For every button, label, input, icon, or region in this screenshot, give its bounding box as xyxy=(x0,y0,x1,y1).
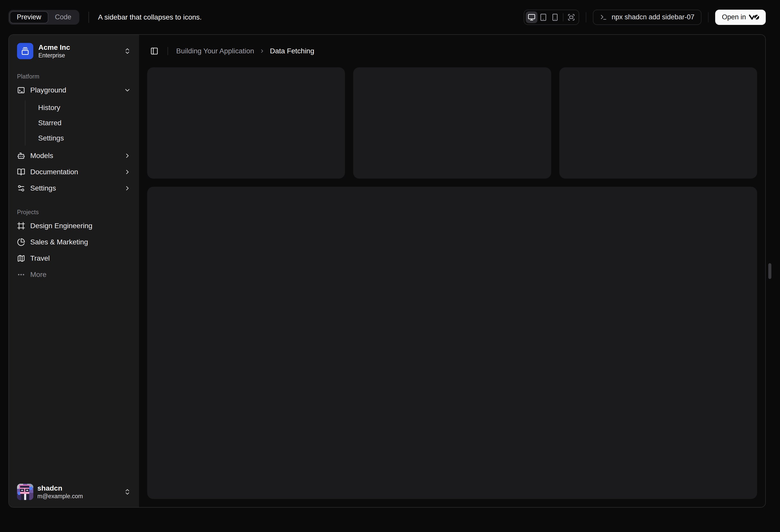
chevron-right-icon xyxy=(124,168,131,175)
team-plan: Enterprise xyxy=(38,52,70,59)
sidebar-subitem-settings[interactable]: Settings xyxy=(34,131,135,146)
preview-code-toggle: Preview Code xyxy=(8,10,79,24)
sidebar-subitem-starred[interactable]: Starred xyxy=(34,116,135,130)
map-icon xyxy=(17,254,25,262)
tablet-icon xyxy=(539,13,547,21)
sidebar-item-label: Sales & Marketing xyxy=(30,238,88,246)
sidebar-item-playground[interactable]: Playground xyxy=(13,83,135,98)
team-name: Acme Inc xyxy=(38,43,70,52)
main-content xyxy=(139,67,765,507)
toolbar-right: npx shadcn add sidebar-07 Open in v0 xyxy=(524,10,766,25)
toolbar-divider xyxy=(89,12,89,23)
ellipsis-icon xyxy=(17,271,25,279)
panel-left-icon xyxy=(150,47,158,55)
app-sidebar: Acme Inc Enterprise Platform xyxy=(9,35,139,507)
frame-icon xyxy=(17,222,25,230)
placeholder-card xyxy=(353,67,551,178)
sidebar-item-sales-marketing[interactable]: Sales & Marketing xyxy=(13,234,135,250)
placeholder-cards-row xyxy=(147,67,757,178)
header-divider xyxy=(167,47,168,55)
chevron-down-icon xyxy=(124,87,131,94)
toolbar-group-divider xyxy=(586,12,586,22)
bot-icon xyxy=(17,152,25,160)
desktop-view-button[interactable] xyxy=(526,11,537,23)
page-scrollbar-thumb[interactable] xyxy=(768,263,771,279)
breadcrumb-parent[interactable]: Building Your Application xyxy=(176,47,254,55)
square-terminal-icon xyxy=(17,86,25,94)
sidebar-submenu-playground: History Starred Settings xyxy=(25,100,135,146)
blocks-preview-page: Preview Code A sidebar that collapses to… xyxy=(0,0,780,532)
v0-logo-icon: v0 xyxy=(749,14,759,20)
user-menu-button[interactable]: shadcn m@example.com xyxy=(13,481,135,503)
book-open-icon xyxy=(17,168,25,176)
sidebar-item-more[interactable]: More xyxy=(13,267,135,282)
sidebar-group-projects: Projects Design Engineering xyxy=(13,198,135,284)
preview-tab[interactable]: Preview xyxy=(10,11,48,23)
sidebar-group-platform: Platform Playground History xyxy=(13,67,135,198)
terminal-icon xyxy=(600,14,607,21)
chevrons-up-down-icon xyxy=(124,488,131,495)
monitor-icon xyxy=(528,13,535,21)
sidebar-header: Acme Inc Enterprise xyxy=(9,35,139,67)
gallery-vertical-end-icon xyxy=(21,47,29,55)
chevrons-up-down-icon xyxy=(124,48,131,55)
team-info: Acme Inc Enterprise xyxy=(38,43,70,59)
device-size-toggle-group xyxy=(524,10,579,25)
smartphone-icon xyxy=(551,13,559,21)
block-description: A sidebar that collapses to icons. xyxy=(98,13,202,21)
sidebar-menu-projects: Design Engineering Sales & Marketing xyxy=(13,218,135,282)
avatar xyxy=(17,484,33,500)
toolbar: Preview Code A sidebar that collapses to… xyxy=(0,0,780,34)
device-group-divider xyxy=(563,13,564,21)
sidebar-item-documentation[interactable]: Documentation xyxy=(13,164,135,179)
fullscreen-icon xyxy=(568,13,575,21)
sidebar-item-label: Travel xyxy=(30,254,50,262)
sidebar-menu-platform: Playground History Starred Settings xyxy=(13,83,135,196)
pie-chart-icon xyxy=(17,238,25,246)
sidebar-group-label: Projects xyxy=(13,207,135,217)
open-in-label: Open in xyxy=(722,13,746,21)
mobile-view-button[interactable] xyxy=(549,11,561,23)
sidebar-item-design-engineering[interactable]: Design Engineering xyxy=(13,218,135,233)
toolbar-group-divider-2 xyxy=(708,12,709,22)
sidebar-content: Platform Playground History xyxy=(9,67,139,477)
sidebar-toggle-button[interactable] xyxy=(147,44,161,58)
sidebar-item-models[interactable]: Models xyxy=(13,148,135,163)
install-command-text: npx shadcn add sidebar-07 xyxy=(612,13,694,21)
sidebar-item-label: Models xyxy=(30,152,53,160)
tablet-view-button[interactable] xyxy=(537,11,549,23)
fullscreen-button[interactable] xyxy=(566,11,577,23)
code-tab[interactable]: Code xyxy=(48,11,78,23)
user-info: shadcn m@example.com xyxy=(37,484,83,500)
chevron-right-icon xyxy=(124,185,131,192)
sidebar-group-label: Platform xyxy=(13,71,135,82)
placeholder-card xyxy=(147,67,345,178)
sidebar-item-label: Documentation xyxy=(30,168,78,176)
chevron-right-icon xyxy=(259,48,265,54)
sidebar-item-label: Design Engineering xyxy=(30,222,92,230)
placeholder-panel xyxy=(147,187,757,499)
sidebar-item-settings[interactable]: Settings xyxy=(13,181,135,196)
open-in-v0-button[interactable]: Open in v0 xyxy=(715,10,766,25)
settings-sliders-icon xyxy=(17,184,25,192)
sidebar-footer: shadcn m@example.com xyxy=(9,477,139,507)
sidebar-item-label: Playground xyxy=(30,86,66,94)
main-area: Building Your Application Data Fetching xyxy=(139,35,765,507)
sidebar-subitem-history[interactable]: History xyxy=(34,100,135,115)
sidebar-item-label: Settings xyxy=(30,184,56,192)
team-switcher-button[interactable]: Acme Inc Enterprise xyxy=(13,39,135,63)
user-email: m@example.com xyxy=(37,493,83,500)
breadcrumb: Building Your Application Data Fetching xyxy=(176,47,314,55)
install-command[interactable]: npx shadcn add sidebar-07 xyxy=(593,10,702,25)
chevron-right-icon xyxy=(124,152,131,159)
sidebar-item-travel[interactable]: Travel xyxy=(13,251,135,266)
main-header: Building Your Application Data Fetching xyxy=(139,35,765,67)
user-name: shadcn xyxy=(37,484,83,493)
block-preview-frame: Acme Inc Enterprise Platform xyxy=(8,34,766,508)
breadcrumb-current: Data Fetching xyxy=(270,47,314,55)
sidebar-item-label: More xyxy=(30,271,47,279)
team-logo xyxy=(17,43,33,59)
placeholder-card xyxy=(559,67,757,178)
